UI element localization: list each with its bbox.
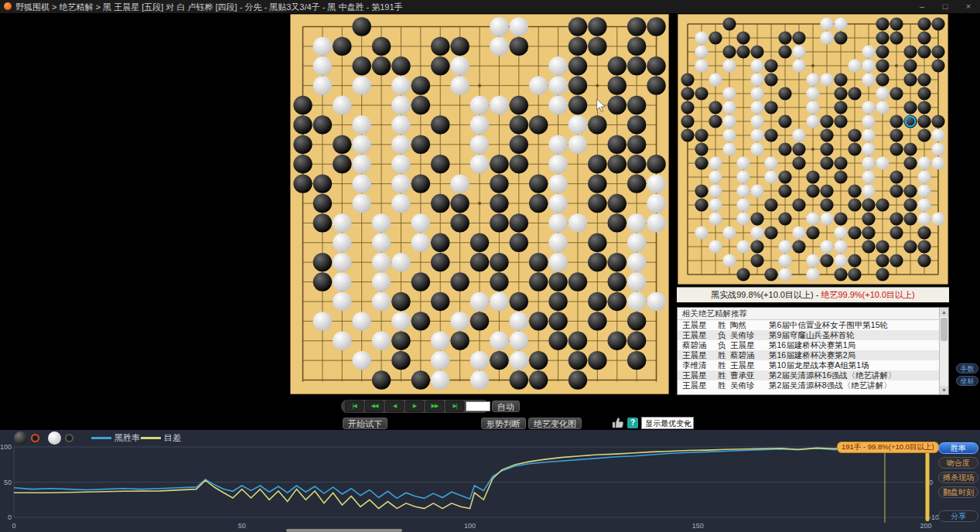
white-stone xyxy=(372,213,391,232)
white-stone xyxy=(510,17,528,36)
best-variation-dropdown[interactable]: 显示最优变化 xyxy=(641,417,694,429)
white-stone xyxy=(647,292,665,311)
winrate-chart[interactable]: 100500100-10050100150200 xyxy=(0,430,980,532)
comeback-tab[interactable]: 翻盘时刻 xyxy=(938,486,978,498)
svg-text:0: 0 xyxy=(8,513,12,521)
black-stone xyxy=(834,114,847,128)
black-stone xyxy=(917,101,930,114)
white-stone xyxy=(917,156,930,169)
fight-scene-tab[interactable]: 搏杀现场 xyxy=(938,472,978,483)
white-unselected-radio[interactable] xyxy=(65,434,73,442)
white-stone xyxy=(820,17,833,30)
main-go-board[interactable] xyxy=(290,14,669,394)
white-stone xyxy=(431,351,449,370)
evaluation-bar: 黑实战99.8%(+10.0目以上) - 绝艺99.9%(+10.0目以上) xyxy=(677,287,949,302)
game-row[interactable]: 蔡碧涵负王晨星第16届建桥杯决赛第1局 xyxy=(678,340,948,350)
black-stone xyxy=(313,174,332,193)
chevron-down-icon xyxy=(685,422,691,425)
black-stone xyxy=(411,76,430,94)
black-stone xyxy=(608,194,627,213)
game-row[interactable]: 李维清胜王晨星第10届龙星战本赛A组第1场 xyxy=(678,360,948,370)
white-stone xyxy=(490,37,508,56)
white-stone xyxy=(470,135,489,154)
black-stone xyxy=(510,370,528,389)
black-stone xyxy=(431,115,449,134)
black-stone xyxy=(750,212,763,225)
scroll-down-icon[interactable]: ▼ xyxy=(940,386,948,394)
eval-black-actual: 黑实战99.8%(+10.0目以上) xyxy=(711,290,813,299)
close-button[interactable]: × xyxy=(958,0,979,13)
situation-judge-button[interactable]: 形势判断 xyxy=(481,418,526,429)
black-stone xyxy=(695,142,708,155)
white-stone xyxy=(411,213,430,232)
share-button[interactable]: 分享 xyxy=(938,510,978,522)
winrate-tab[interactable]: 胜率 xyxy=(938,442,978,454)
match-rate-tab[interactable]: 吻合度 xyxy=(938,457,978,469)
help-button[interactable]: ? xyxy=(627,418,638,428)
nav-first-button[interactable]: |◀ xyxy=(345,401,364,412)
game-row-cell: 胜 xyxy=(718,350,726,360)
black-stone xyxy=(627,155,646,173)
white-stone xyxy=(391,174,410,193)
black-stone xyxy=(917,73,930,86)
black-stone xyxy=(681,101,694,114)
white-stone xyxy=(806,73,819,86)
thumbs-up-icon[interactable] xyxy=(611,416,624,429)
white-stone xyxy=(695,31,708,44)
white-stone xyxy=(750,59,763,72)
game-row[interactable]: 王晨星负吴侑珍第9届穹窿山兵圣杯首轮 xyxy=(678,330,948,340)
minimize-button[interactable]: – xyxy=(911,0,933,13)
black-stone xyxy=(764,268,777,281)
svg-text:-10: -10 xyxy=(929,513,939,521)
nav-forward10-button[interactable]: ▶▶ xyxy=(425,401,444,412)
scroll-up-icon[interactable]: ▲ xyxy=(940,308,948,316)
black-stone xyxy=(820,254,833,267)
white-stone xyxy=(333,213,351,232)
white-stone xyxy=(627,213,646,232)
white-stone xyxy=(490,292,508,311)
white-stone xyxy=(548,194,567,213)
black-stone xyxy=(806,226,819,239)
black-stone xyxy=(588,17,606,36)
nav-forward-button[interactable]: ▶ xyxy=(405,401,424,412)
black-stone xyxy=(890,128,903,142)
white-stone xyxy=(722,59,736,72)
black-stone xyxy=(569,76,587,94)
move-numbers-button[interactable]: 手数 xyxy=(956,363,978,373)
try-move-button[interactable]: 开始试下 xyxy=(343,418,388,429)
black-stone xyxy=(834,156,847,169)
white-stone xyxy=(647,194,665,213)
move-number-input[interactable] xyxy=(466,401,490,411)
related-games-panel: 相关绝艺精解推荐 王晨星胜陶然第6届中信置业杯女子围甲第15轮王晨星负吴侑珍第9… xyxy=(677,307,949,395)
game-row[interactable]: 王晨星胜陶然第6届中信置业杯女子围甲第15轮 xyxy=(678,320,948,330)
coordinates-button[interactable]: 坐标 xyxy=(956,376,978,386)
game-row[interactable]: 王晨星胜曹承亚第2届吴清源杯16强战〈绝艺讲解〉 xyxy=(678,370,948,380)
black-stone xyxy=(569,272,587,291)
game-row[interactable]: 王晨星胜吴侑珍第2届吴清源杯8强战〈绝艺讲解〉 xyxy=(678,380,948,390)
games-scrollbar[interactable]: ▲ ▼ xyxy=(939,308,948,394)
black-stone xyxy=(431,292,449,311)
white-stone xyxy=(431,332,449,350)
horizontal-scrollbar-thumb[interactable] xyxy=(286,529,402,532)
game-row-partial[interactable] xyxy=(678,390,948,395)
black-stone xyxy=(820,128,833,142)
black-selected-radio[interactable] xyxy=(31,434,39,442)
black-stone xyxy=(548,332,567,350)
variation-go-board[interactable] xyxy=(678,14,948,285)
scroll-thumb[interactable] xyxy=(941,318,948,341)
variation-diagram-button[interactable]: 绝艺变化图 xyxy=(528,418,582,429)
black-stone xyxy=(848,268,861,281)
auto-play-button[interactable]: 自动 xyxy=(492,401,520,412)
nav-last-button[interactable]: ▶| xyxy=(446,401,464,412)
white-stone xyxy=(391,76,410,94)
nav-back-button[interactable]: ◀ xyxy=(385,401,404,412)
black-stone xyxy=(820,142,833,155)
black-stone xyxy=(876,240,889,253)
game-row[interactable]: 王晨星胜蔡碧涵第16届建桥杯决赛第2局 xyxy=(678,350,948,360)
white-stone xyxy=(876,101,889,114)
black-stone xyxy=(820,198,833,211)
white-stone xyxy=(709,240,722,253)
maximize-button[interactable]: □ xyxy=(934,0,956,13)
nav-back10-button[interactable]: ◀◀ xyxy=(365,401,384,412)
black-stone xyxy=(917,31,930,44)
